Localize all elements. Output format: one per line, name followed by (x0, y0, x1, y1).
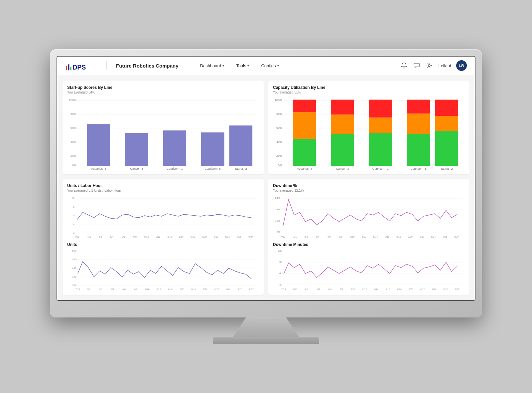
chat-icon[interactable] (413, 62, 420, 69)
svg-text:7/31: 7/31 (292, 235, 297, 238)
nav-configs[interactable]: Configs ▾ (258, 62, 281, 70)
svg-text:8/16: 8/16 (179, 235, 184, 238)
user-avatar[interactable]: LW (456, 60, 467, 71)
svg-text:8/14: 8/14 (373, 235, 378, 238)
svg-text:8/4: 8/4 (317, 288, 320, 290)
svg-rect-45 (331, 114, 354, 134)
svg-text:7/31: 7/31 (87, 288, 92, 290)
svg-text:560: 560 (72, 249, 77, 252)
svg-text:18%: 18% (275, 208, 280, 211)
svg-text:8/22: 8/22 (420, 235, 424, 238)
svg-text:400: 400 (72, 267, 77, 270)
downtime-min-title: Downtime Minutes (273, 242, 465, 247)
svg-text:Capricorn_1: Capricorn_1 (372, 167, 389, 170)
svg-text:6%: 6% (276, 230, 280, 233)
svg-text:Aquarius_4: Aquarius_4 (91, 167, 106, 170)
svg-text:7/29: 7/29 (75, 288, 80, 290)
svg-text:8/26: 8/26 (444, 288, 448, 290)
svg-text:8/20: 8/20 (202, 235, 207, 238)
monitor-wrapper: DPS Future Robotics Company Dashboard ▾ … (50, 49, 482, 344)
units-labor-chart: 10 8 6 4 2 7/29 7/31 (67, 195, 259, 238)
svg-text:8/22: 8/22 (214, 288, 219, 290)
svg-text:8/24: 8/24 (432, 288, 437, 290)
svg-text:8/18: 8/18 (396, 235, 401, 238)
svg-text:8/10: 8/10 (144, 235, 149, 238)
svg-text:8/22: 8/22 (214, 235, 218, 238)
svg-rect-44 (331, 133, 354, 165)
monitor-base (213, 337, 319, 344)
svg-text:8/24: 8/24 (226, 288, 231, 290)
downtime-pct-subtitle: You averaged 12.1% (273, 189, 465, 192)
svg-text:8/2: 8/2 (99, 235, 102, 238)
nav-dashboard-chevron: ▾ (222, 64, 224, 68)
svg-text:8/16: 8/16 (385, 235, 389, 238)
svg-text:8/4: 8/4 (316, 235, 319, 238)
svg-text:8/6: 8/6 (122, 235, 125, 238)
svg-text:8/16: 8/16 (180, 288, 184, 290)
svg-text:320: 320 (72, 275, 77, 278)
company-name: Future Robotics Company (116, 63, 179, 69)
svg-text:30: 30 (279, 283, 282, 286)
svg-text:8/6: 8/6 (328, 235, 331, 238)
nav-tools[interactable]: Tools ▾ (233, 62, 252, 70)
svg-text:90: 90 (279, 261, 282, 264)
svg-text:8/2: 8/2 (305, 235, 308, 238)
svg-text:8/12: 8/12 (362, 288, 367, 290)
units-labor-subtitle: You averaged 5.1 Units / Labor Hour (67, 189, 259, 192)
notifications-icon[interactable] (400, 62, 408, 69)
svg-text:8/18: 8/18 (397, 288, 402, 290)
svg-text:8/27: 8/27 (248, 235, 253, 238)
svg-rect-48 (369, 133, 392, 166)
monitor-screen: DPS Future Robotics Company Dashboard ▾ … (57, 56, 475, 301)
startup-scores-title: Start-up Scores By Line (67, 85, 259, 90)
units-labor-card: Units / Labor Hour You averaged 5.1 Unit… (63, 179, 264, 295)
svg-rect-42 (293, 99, 316, 112)
svg-text:8/26: 8/26 (443, 235, 448, 238)
nav-configs-chevron: ▾ (277, 64, 279, 68)
dashboard-content: Start-up Scores By Line You averaged 54%… (57, 75, 475, 300)
svg-text:480: 480 (72, 258, 77, 261)
svg-rect-52 (407, 134, 430, 166)
svg-text:60: 60 (279, 272, 282, 275)
svg-text:8/14: 8/14 (168, 235, 172, 238)
svg-rect-57 (435, 116, 458, 131)
settings-icon[interactable] (426, 62, 433, 69)
svg-text:Capricorn_1: Capricorn_1 (167, 167, 183, 170)
svg-text:60%: 60% (70, 126, 76, 129)
svg-text:8/8: 8/8 (134, 288, 137, 290)
svg-text:8/16: 8/16 (385, 288, 390, 290)
svg-text:8/4: 8/4 (110, 235, 113, 238)
svg-text:8/27: 8/27 (455, 288, 460, 290)
dps-logo: DPS (65, 60, 92, 72)
svg-text:8/18: 8/18 (191, 235, 195, 238)
units-title: Units (67, 242, 259, 247)
svg-text:8/14: 8/14 (168, 288, 173, 290)
svg-text:8/12: 8/12 (362, 235, 366, 238)
svg-rect-20 (125, 133, 148, 166)
svg-text:0%: 0% (72, 164, 76, 167)
svg-text:8/24: 8/24 (431, 235, 436, 238)
svg-text:DPS: DPS (72, 64, 86, 71)
svg-text:8/14: 8/14 (374, 288, 379, 290)
svg-rect-58 (435, 99, 458, 116)
svg-text:7/31: 7/31 (293, 288, 298, 290)
units-chart: 560 480 400 320 240 7/29 7/31 8/2 (67, 248, 259, 291)
capacity-util-card: Capacity Utilization By Line You average… (268, 81, 469, 174)
svg-text:40%: 40% (276, 140, 282, 143)
startup-scores-chart: 100% 80% 60% 40% 20% 0% (67, 97, 259, 170)
svg-rect-26 (229, 125, 252, 166)
svg-rect-50 (369, 99, 392, 117)
svg-text:8: 8 (73, 205, 74, 208)
svg-text:8/12: 8/12 (156, 235, 161, 238)
svg-text:240: 240 (72, 284, 77, 287)
svg-text:8/20: 8/20 (408, 235, 413, 238)
svg-text:6: 6 (73, 214, 74, 217)
nav-tools-label: Tools (236, 63, 246, 68)
nav-dashboard[interactable]: Dashboard ▾ (198, 62, 227, 70)
svg-text:7/29: 7/29 (281, 235, 285, 238)
downtime-pct-chart: 24% 18% 12% 6% 7/29 7/31 8/2 8/4 8/6 (273, 195, 465, 238)
svg-point-5 (428, 65, 430, 67)
capacity-util-title: Capacity Utilization By Line (273, 85, 465, 90)
svg-text:8/20: 8/20 (409, 288, 413, 290)
svg-text:Taurus_2: Taurus_2 (441, 167, 453, 170)
